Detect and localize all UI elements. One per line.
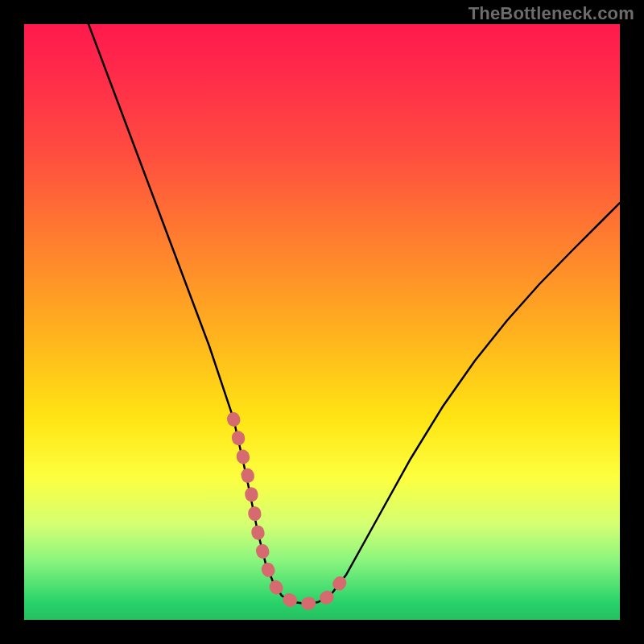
chart-frame: TheBottleneck.com <box>0 0 644 644</box>
watermark-text: TheBottleneck.com <box>469 3 634 24</box>
optimal-range-highlight <box>233 419 346 604</box>
plot-area <box>24 24 620 620</box>
bottleneck-curve <box>89 24 620 604</box>
curve-overlay <box>24 24 620 620</box>
